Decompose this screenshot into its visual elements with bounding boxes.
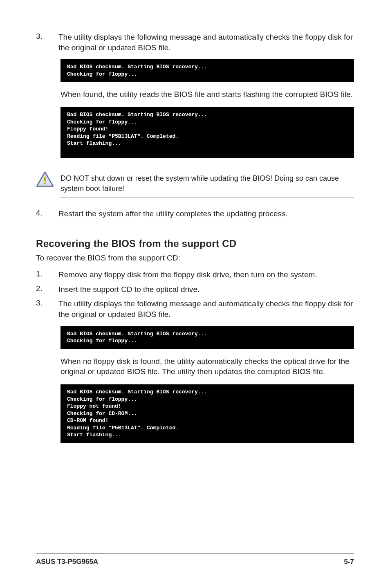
warning-callout: DO NOT shut down or reset the system whi… bbox=[36, 169, 354, 198]
svg-rect-0 bbox=[44, 177, 46, 182]
cd-step-3: 3. The utility displays the following me… bbox=[36, 298, 354, 319]
terminal-output-1: Bad BIOS checksum. Starting BIOS recover… bbox=[61, 59, 354, 82]
page-footer: ASUS T3-P5G965A 5-7 bbox=[36, 553, 354, 566]
svg-point-1 bbox=[44, 183, 46, 185]
step-number: 3. bbox=[36, 32, 58, 53]
section-intro: To recover the BIOS from the support CD: bbox=[36, 253, 354, 263]
warning-icon bbox=[36, 169, 61, 188]
footer-page-number: 5-7 bbox=[344, 558, 354, 566]
step-number: 1. bbox=[36, 269, 58, 280]
step-text: The utility displays the following messa… bbox=[58, 32, 354, 53]
step-text: The utility displays the following messa… bbox=[58, 298, 354, 319]
terminal-output-2: Bad BIOS checksum. Starting BIOS recover… bbox=[61, 107, 354, 158]
paragraph-no-floppy: When no floppy disk is found, the utilit… bbox=[61, 356, 354, 377]
terminal-output-4: Bad BIOS checksum. Starting BIOS recover… bbox=[61, 384, 354, 443]
paragraph-found: When found, the utility reads the BIOS f… bbox=[61, 89, 354, 100]
warning-text: DO NOT shut down or reset the system whi… bbox=[61, 169, 354, 198]
section-heading: Recovering the BIOS from the support CD bbox=[36, 238, 354, 249]
step-text: Remove any floppy disk from the floppy d… bbox=[58, 269, 354, 280]
step-text: Restart the system after the utility com… bbox=[58, 209, 354, 219]
step-3-top: 3. The utility displays the following me… bbox=[36, 32, 354, 53]
step-number: 2. bbox=[36, 284, 58, 295]
step-number: 4. bbox=[36, 209, 58, 219]
step-number: 3. bbox=[36, 298, 58, 319]
step-4: 4. Restart the system after the utility … bbox=[36, 209, 354, 219]
cd-step-1: 1. Remove any floppy disk from the flopp… bbox=[36, 269, 354, 280]
cd-step-2: 2. Insert the support CD to the optical … bbox=[36, 284, 354, 295]
footer-product: ASUS T3-P5G965A bbox=[36, 558, 98, 566]
terminal-output-3: Bad BIOS checksum. Starting BIOS recover… bbox=[61, 326, 354, 349]
step-text: Insert the support CD to the optical dri… bbox=[58, 284, 354, 295]
